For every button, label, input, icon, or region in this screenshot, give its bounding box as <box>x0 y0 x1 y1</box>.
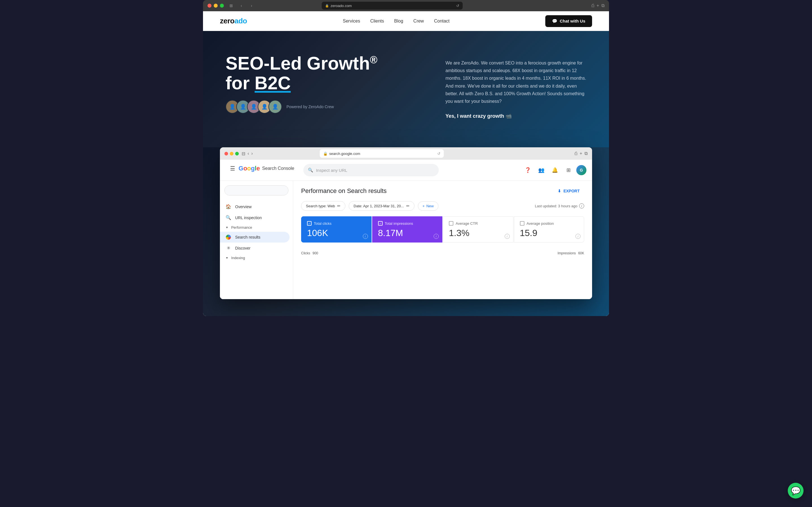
gsc-body: 🏠 Overview 🔍 URL inspection ▼ Performanc… <box>220 181 592 299</box>
new-filter-button[interactable]: + New <box>418 202 439 211</box>
hero-cta[interactable]: Yes, I want crazy growth 📹 <box>446 113 587 119</box>
search-results-label: Search results <box>235 235 260 239</box>
inner-tabs-icon[interactable]: ⊟ <box>242 151 245 156</box>
sidebar-item-search-results[interactable]: Search results <box>220 232 290 242</box>
chart-footer: Clicks 900 Impressions 60K <box>301 248 584 256</box>
avg-ctr-value: 1.3% <box>449 228 507 238</box>
inner-maximize-button[interactable] <box>235 152 239 156</box>
inner-forward-button[interactable]: › <box>251 151 253 156</box>
address-bar[interactable]: 🔒 zeroado.com ↺ <box>322 2 463 10</box>
gsc-top-icons: ❓ 👥 🔔 ⊞ G <box>522 165 587 176</box>
performance-section-header[interactable]: ▼ Performance <box>220 223 293 232</box>
help-icon-button[interactable]: ❓ <box>522 165 534 176</box>
reload-icon[interactable]: ↺ <box>456 4 459 8</box>
avg-position-help-icon[interactable]: i <box>575 234 580 239</box>
close-window-button[interactable] <box>207 4 211 8</box>
total-impressions-help-icon[interactable]: i <box>434 234 439 239</box>
notifications-icon-button[interactable]: 🔔 <box>549 165 560 176</box>
inner-windows-icon[interactable]: ⧉ <box>585 151 588 156</box>
avg-ctr-help-icon[interactable]: i <box>505 234 510 239</box>
google-g-small-icon <box>225 235 231 240</box>
indexing-section-header[interactable]: ▼ Indexing <box>220 253 293 262</box>
hamburger-menu-icon[interactable]: ☰ <box>230 165 235 172</box>
export-button[interactable]: ⬇ EXPORT <box>553 186 584 195</box>
forward-button[interactable]: › <box>248 3 255 8</box>
date-label: Date: Apr 1, 2023-Mar 31, 20... <box>354 204 404 208</box>
avatar: 👤 <box>268 100 282 114</box>
plus-icon: + <box>423 204 425 208</box>
inner-new-tab-icon[interactable]: + <box>580 151 582 156</box>
whatsapp-icon: 💬 <box>791 486 801 496</box>
gsc-logo-area: ☰ Google Search Console <box>225 163 299 178</box>
total-clicks-help-icon[interactable]: i <box>363 234 368 239</box>
apps-icon-button[interactable]: ⊞ <box>563 165 574 176</box>
sidebar-search-input[interactable] <box>224 185 289 195</box>
hero-right: We are ZeroAdo. We convert SEO into a fe… <box>446 54 587 119</box>
traffic-lights <box>207 4 224 8</box>
total-impressions-card[interactable]: ✓ Total impressions 8.17M i <box>372 216 443 242</box>
browser-right-controls: ⎙ + ⧉ <box>592 3 605 8</box>
inner-browser-controls: ⊟ ‹ › <box>242 151 253 156</box>
indexing-section-label: Indexing <box>231 256 245 260</box>
gsc-sidebar-search <box>224 185 289 195</box>
average-ctr-card[interactable]: Average CTR 1.3% i <box>443 216 513 242</box>
inner-reload-icon[interactable]: ↺ <box>437 152 441 156</box>
edit-icon: ✏ <box>337 204 341 208</box>
back-button[interactable]: ‹ <box>238 3 245 8</box>
info-icon[interactable]: i <box>579 203 584 209</box>
sidebar-overview-label: Overview <box>235 205 252 209</box>
user-avatar[interactable]: G <box>576 165 587 175</box>
clicks-label: Clicks <box>301 251 310 255</box>
browser-navigation-controls: ⊞ ‹ › <box>227 3 255 8</box>
clicks-value: 900 <box>312 251 318 255</box>
gsc-top-bar: ☰ Google Search Console 🔍 Inspect any UR… <box>220 160 592 181</box>
minimize-window-button[interactable] <box>214 4 218 8</box>
search-type-label: Search type: Web <box>306 204 335 208</box>
gsc-toolbar: Search type: Web ✏ Date: Apr 1, 2023-Mar… <box>301 201 584 211</box>
total-impressions-label: Total impressions <box>385 221 413 226</box>
sidebar-item-overview[interactable]: 🏠 Overview <box>220 201 293 212</box>
nav-services[interactable]: Services <box>343 18 360 23</box>
site-logo[interactable]: zeroado <box>220 17 247 25</box>
url-text: zeroado.com <box>331 4 352 8</box>
average-position-card[interactable]: Average position 15.9 i <box>514 216 585 242</box>
card-label: Average position <box>520 221 578 226</box>
inner-share-icon[interactable]: ⎙ <box>574 151 577 156</box>
card-label: ✓ Total clicks <box>307 221 366 226</box>
windows-icon[interactable]: ⧉ <box>601 3 605 8</box>
impressions-label: Impressions <box>558 251 576 255</box>
gsc-url-search-input[interactable]: 🔍 Inspect any URL <box>303 164 439 176</box>
add-user-icon-button[interactable]: 👥 <box>536 165 547 176</box>
total-clicks-label: Total clicks <box>314 221 332 226</box>
new-tab-icon[interactable]: + <box>597 3 599 8</box>
nav-crew[interactable]: Crew <box>413 18 424 23</box>
export-label: EXPORT <box>563 189 580 193</box>
total-clicks-card[interactable]: ✓ Total clicks 106K i <box>301 216 371 242</box>
sidebar-toggle-button[interactable]: ⊞ <box>227 3 235 8</box>
chat-button[interactable]: 💬 Chat with Us <box>545 15 592 27</box>
search-type-filter[interactable]: Search type: Web ✏ <box>301 201 345 211</box>
sidebar-item-url-inspection[interactable]: 🔍 URL inspection <box>220 212 293 223</box>
inner-address-bar[interactable]: 🔒 search.google.com ↺ <box>320 149 444 158</box>
avg-position-value: 15.9 <box>520 228 578 238</box>
sidebar-item-discover[interactable]: ✳ Discover <box>220 242 293 253</box>
nav-blog[interactable]: Blog <box>394 18 403 23</box>
search-icon: 🔍 <box>225 215 231 220</box>
share-icon[interactable]: ⎙ <box>592 3 594 8</box>
outer-browser-window: ⊞ ‹ › 🔒 zeroado.com ↺ ⎙ + ⧉ zeroado Serv… <box>203 0 609 316</box>
inner-close-button[interactable] <box>224 152 228 156</box>
nav-contact[interactable]: Contact <box>434 18 449 23</box>
discover-icon: ✳ <box>225 245 231 251</box>
performance-section-label: Performance <box>231 225 252 230</box>
nav-clients[interactable]: Clients <box>370 18 384 23</box>
date-filter[interactable]: Date: Apr 1, 2023-Mar 31, 20... ✏ <box>349 201 414 211</box>
inner-browser-right-controls: ⎙ + ⧉ <box>574 151 588 156</box>
whatsapp-fab-button[interactable]: 💬 <box>788 483 804 499</box>
download-icon: ⬇ <box>558 189 561 193</box>
sidebar-url-inspection-label: URL inspection <box>235 216 262 220</box>
inner-back-button[interactable]: ‹ <box>248 151 249 156</box>
date-edit-icon: ✏ <box>406 204 410 208</box>
maximize-window-button[interactable] <box>220 4 224 8</box>
inner-minimize-button[interactable] <box>230 152 234 156</box>
indexing-chevron-icon: ▼ <box>225 256 229 260</box>
